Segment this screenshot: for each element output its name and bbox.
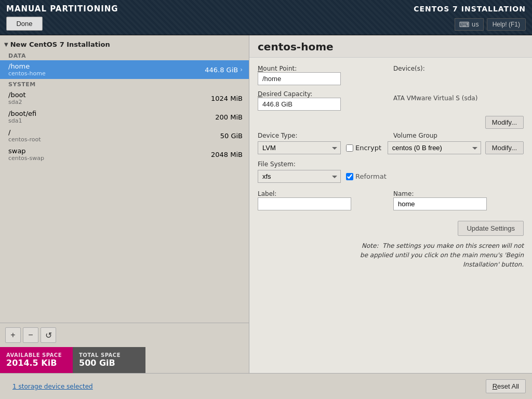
bottom-bar: 1 storage device selected Reset All: [0, 373, 532, 399]
reformat-label[interactable]: Reformat: [355, 172, 387, 180]
filesystem-controls-row: xfs ext4 ext3 ext2 btrfs swap vfat Refor…: [258, 170, 524, 183]
total-value: 500 GiB: [79, 358, 139, 368]
partition-item-bootefi[interactable]: /boot/efi sda1 200 MiB: [0, 108, 249, 126]
device-type-controls: LVM Standard Partition BTRFS LVM Thin Pr…: [258, 141, 382, 154]
partition-left-root: / centos-root: [8, 128, 41, 143]
left-panel: ▼ New CentOS 7 Installation DATA /home c…: [0, 35, 249, 373]
partition-item-boot[interactable]: /boot sda2 1024 MiB: [0, 89, 249, 108]
filesystem-controls: xfs ext4 ext3 ext2 btrfs swap vfat Refor…: [258, 170, 388, 183]
main-content: ▼ New CentOS 7 Installation DATA /home c…: [0, 35, 532, 373]
storage-device-link[interactable]: 1 storage device selected: [12, 383, 93, 390]
keyboard-icon: ⌨: [459, 20, 470, 29]
filesystem-select[interactable]: xfs ext4 ext3 ext2 btrfs swap vfat: [258, 170, 341, 183]
device-vol-controls-row: LVM Standard Partition BTRFS LVM Thin Pr…: [258, 141, 524, 154]
space-info: AVAILABLE SPACE 2014.5 KiB TOTAL SPACE 5…: [0, 347, 249, 373]
help-button[interactable]: Help! (F1): [487, 18, 526, 31]
partition-sub-boot: sda2: [8, 99, 26, 105]
total-label: TOTAL SPACE: [79, 352, 139, 358]
modify-device-row: Modify...: [258, 116, 524, 129]
note-text: Note: The settings you make on this scre…: [258, 241, 524, 269]
name-input[interactable]: [393, 197, 487, 210]
right-panel-body: Mount Point: Device(s): Desired Capacity…: [249, 58, 532, 373]
label-name-section: Label: Name:: [258, 190, 524, 210]
mount-point-label: Mount Point:: [258, 65, 388, 72]
modify-device-button[interactable]: Modify...: [485, 116, 524, 129]
vol-group-header: Volume Group: [388, 132, 524, 139]
chevron-right-icon: ›: [240, 66, 243, 73]
add-partition-button[interactable]: +: [5, 327, 21, 343]
partition-name-boot: /boot: [8, 91, 26, 99]
device-type-label: Device Type:: [258, 132, 388, 139]
mount-point-group: Mount Point:: [258, 65, 388, 85]
keyboard-locale: us: [472, 21, 479, 28]
mount-devices-row: Mount Point: Device(s):: [258, 65, 524, 85]
encrypt-group: Encrypt: [346, 144, 381, 152]
partition-left-swap: swap centos-swap: [8, 147, 44, 162]
expand-icon: ▼: [4, 42, 8, 47]
name-label: Name:: [393, 190, 524, 197]
header: MANUAL PARTITIONING Done CENTOS 7 INSTAL…: [0, 0, 532, 35]
app-title: MANUAL PARTITIONING: [6, 4, 118, 14]
partition-item-swap[interactable]: swap centos-swap 2048 MiB: [0, 145, 249, 164]
partition-size-swap: 2048 MiB: [211, 151, 243, 158]
done-button[interactable]: Done: [6, 17, 43, 31]
partition-size-root: 50 GiB: [220, 132, 243, 140]
header-right: CENTOS 7 INSTALLATION ⌨ us Help! (F1): [414, 5, 526, 31]
space-total: TOTAL SPACE 500 GiB: [73, 347, 145, 373]
reformat-group: Reformat: [346, 172, 387, 180]
update-settings-button[interactable]: Update Settings: [458, 221, 524, 236]
partition-detail-title: centos-home: [249, 35, 532, 58]
reformat-checkbox[interactable]: [346, 173, 353, 180]
vol-group-select[interactable]: centos (0 B free): [388, 141, 481, 154]
partition-name-home: /home: [8, 62, 46, 70]
header-left: MANUAL PARTITIONING Done: [6, 4, 118, 31]
partition-item-root[interactable]: / centos-root 50 GiB: [0, 126, 249, 145]
filesystem-header-row: File System:: [258, 161, 524, 168]
desired-capacity-label: Desired Capacity:: [258, 90, 388, 98]
label-label: Label:: [258, 190, 388, 197]
desired-capacity-group: Desired Capacity:: [258, 90, 388, 111]
right-panel: centos-home Mount Point: Device(s):: [249, 35, 532, 373]
filesystem-label-group: File System:: [258, 161, 388, 168]
partition-list: ▼ New CentOS 7 Installation DATA /home c…: [0, 35, 249, 323]
partition-right-root: 50 GiB: [220, 132, 243, 140]
vol-group-controls: centos (0 B free) Modify...: [382, 141, 524, 154]
keyboard-indicator[interactable]: ⌨ us: [455, 18, 484, 31]
partition-size-home: 446.8 GiB: [205, 66, 238, 74]
partition-sub-home: centos-home: [8, 70, 46, 77]
space-available: AVAILABLE SPACE 2014.5 KiB: [0, 347, 73, 373]
remove-partition-button[interactable]: −: [23, 327, 38, 343]
name-group: Name:: [388, 190, 524, 210]
modify-vol-button[interactable]: Modify...: [485, 141, 524, 154]
partition-right-boot: 1024 MiB: [211, 95, 243, 102]
reset-all-button[interactable]: Reset All: [486, 379, 526, 393]
header-right-bottom: ⌨ us Help! (F1): [455, 18, 526, 31]
desired-capacity-input[interactable]: [258, 98, 341, 111]
device-type-select[interactable]: LVM Standard Partition BTRFS LVM Thin Pr…: [258, 141, 341, 154]
partition-name-bootefi: /boot/efi: [8, 110, 36, 117]
devices-label: Device(s):: [393, 65, 524, 72]
device-vol-header-row: Device Type: Volume Group: [258, 132, 524, 139]
devices-value: ATA VMware Virtual S (sda): [393, 92, 524, 102]
label-input[interactable]: [258, 197, 351, 210]
partition-sub-bootefi: sda1: [8, 117, 36, 124]
available-value: 2014.5 KiB: [6, 358, 66, 368]
installation-header: ▼ New CentOS 7 Installation: [0, 38, 249, 50]
mount-point-input[interactable]: [258, 72, 341, 85]
devices-group: Device(s):: [388, 65, 524, 85]
capacity-deviceval-row: Desired Capacity: ATA VMware Virtual S (…: [258, 90, 524, 111]
available-label: AVAILABLE SPACE: [6, 352, 66, 358]
partition-right-swap: 2048 MiB: [211, 151, 243, 158]
update-row: Update Settings: [258, 221, 524, 236]
partition-right-home: 446.8 GiB ›: [205, 66, 243, 74]
encrypt-label[interactable]: Encrypt: [355, 144, 381, 152]
refresh-button[interactable]: ↺: [41, 327, 56, 343]
partition-left-home: /home centos-home: [8, 62, 46, 77]
encrypt-checkbox[interactable]: [346, 144, 353, 152]
partition-left-boot: /boot sda2: [8, 91, 26, 105]
filesystem-label: File System:: [258, 161, 388, 168]
partition-item-home[interactable]: /home centos-home 446.8 GiB ›: [0, 60, 249, 79]
device-type-header: Device Type:: [258, 132, 388, 139]
partition-name-root: /: [8, 128, 41, 136]
bottom-controls: + − ↺: [0, 323, 249, 347]
